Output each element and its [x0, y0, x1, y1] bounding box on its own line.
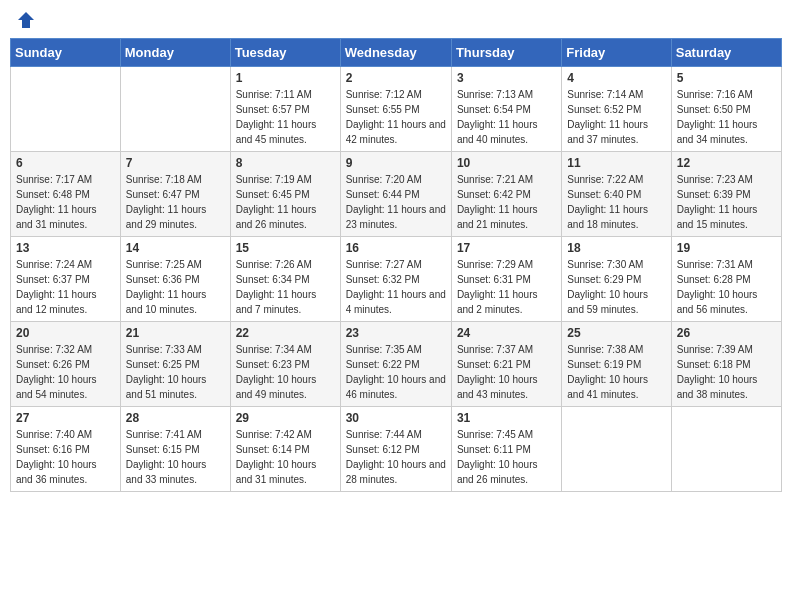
- calendar-cell: 4Sunrise: 7:14 AMSunset: 6:52 PMDaylight…: [562, 67, 671, 152]
- calendar-cell: 17Sunrise: 7:29 AMSunset: 6:31 PMDayligh…: [451, 237, 561, 322]
- calendar-cell: 23Sunrise: 7:35 AMSunset: 6:22 PMDayligh…: [340, 322, 451, 407]
- day-info: Sunrise: 7:30 AMSunset: 6:29 PMDaylight:…: [567, 257, 665, 317]
- day-number: 7: [126, 156, 225, 170]
- calendar-cell: 19Sunrise: 7:31 AMSunset: 6:28 PMDayligh…: [671, 237, 781, 322]
- day-number: 25: [567, 326, 665, 340]
- day-number: 22: [236, 326, 335, 340]
- calendar-week-row: 6Sunrise: 7:17 AMSunset: 6:48 PMDaylight…: [11, 152, 782, 237]
- calendar-week-row: 27Sunrise: 7:40 AMSunset: 6:16 PMDayligh…: [11, 407, 782, 492]
- calendar-cell: [562, 407, 671, 492]
- svg-marker-0: [18, 12, 34, 28]
- day-number: 10: [457, 156, 556, 170]
- day-number: 21: [126, 326, 225, 340]
- day-info: Sunrise: 7:20 AMSunset: 6:44 PMDaylight:…: [346, 172, 446, 232]
- day-info: Sunrise: 7:11 AMSunset: 6:57 PMDaylight:…: [236, 87, 335, 147]
- day-number: 5: [677, 71, 776, 85]
- calendar-cell: 27Sunrise: 7:40 AMSunset: 6:16 PMDayligh…: [11, 407, 121, 492]
- calendar-header-monday: Monday: [120, 39, 230, 67]
- calendar-cell: 10Sunrise: 7:21 AMSunset: 6:42 PMDayligh…: [451, 152, 561, 237]
- calendar-header-thursday: Thursday: [451, 39, 561, 67]
- day-number: 24: [457, 326, 556, 340]
- calendar-cell: 9Sunrise: 7:20 AMSunset: 6:44 PMDaylight…: [340, 152, 451, 237]
- calendar-cell: [671, 407, 781, 492]
- day-info: Sunrise: 7:39 AMSunset: 6:18 PMDaylight:…: [677, 342, 776, 402]
- day-info: Sunrise: 7:12 AMSunset: 6:55 PMDaylight:…: [346, 87, 446, 147]
- day-info: Sunrise: 7:32 AMSunset: 6:26 PMDaylight:…: [16, 342, 115, 402]
- calendar-table: SundayMondayTuesdayWednesdayThursdayFrid…: [10, 38, 782, 492]
- day-info: Sunrise: 7:33 AMSunset: 6:25 PMDaylight:…: [126, 342, 225, 402]
- day-number: 12: [677, 156, 776, 170]
- day-number: 19: [677, 241, 776, 255]
- calendar-cell: 7Sunrise: 7:18 AMSunset: 6:47 PMDaylight…: [120, 152, 230, 237]
- day-info: Sunrise: 7:21 AMSunset: 6:42 PMDaylight:…: [457, 172, 556, 232]
- day-info: Sunrise: 7:22 AMSunset: 6:40 PMDaylight:…: [567, 172, 665, 232]
- day-number: 18: [567, 241, 665, 255]
- calendar-cell: 6Sunrise: 7:17 AMSunset: 6:48 PMDaylight…: [11, 152, 121, 237]
- day-number: 14: [126, 241, 225, 255]
- calendar-header-saturday: Saturday: [671, 39, 781, 67]
- day-number: 30: [346, 411, 446, 425]
- calendar-header-row: SundayMondayTuesdayWednesdayThursdayFrid…: [11, 39, 782, 67]
- day-number: 9: [346, 156, 446, 170]
- calendar-header-tuesday: Tuesday: [230, 39, 340, 67]
- day-info: Sunrise: 7:34 AMSunset: 6:23 PMDaylight:…: [236, 342, 335, 402]
- day-info: Sunrise: 7:27 AMSunset: 6:32 PMDaylight:…: [346, 257, 446, 317]
- day-info: Sunrise: 7:41 AMSunset: 6:15 PMDaylight:…: [126, 427, 225, 487]
- page-header: [10, 10, 782, 30]
- calendar-header-sunday: Sunday: [11, 39, 121, 67]
- calendar-week-row: 13Sunrise: 7:24 AMSunset: 6:37 PMDayligh…: [11, 237, 782, 322]
- day-info: Sunrise: 7:26 AMSunset: 6:34 PMDaylight:…: [236, 257, 335, 317]
- day-number: 6: [16, 156, 115, 170]
- calendar-cell: 1Sunrise: 7:11 AMSunset: 6:57 PMDaylight…: [230, 67, 340, 152]
- calendar-cell: 13Sunrise: 7:24 AMSunset: 6:37 PMDayligh…: [11, 237, 121, 322]
- calendar-cell: 21Sunrise: 7:33 AMSunset: 6:25 PMDayligh…: [120, 322, 230, 407]
- day-number: 16: [346, 241, 446, 255]
- day-number: 27: [16, 411, 115, 425]
- calendar-cell: 28Sunrise: 7:41 AMSunset: 6:15 PMDayligh…: [120, 407, 230, 492]
- calendar-cell: 3Sunrise: 7:13 AMSunset: 6:54 PMDaylight…: [451, 67, 561, 152]
- calendar-cell: 16Sunrise: 7:27 AMSunset: 6:32 PMDayligh…: [340, 237, 451, 322]
- day-number: 13: [16, 241, 115, 255]
- day-number: 2: [346, 71, 446, 85]
- day-info: Sunrise: 7:17 AMSunset: 6:48 PMDaylight:…: [16, 172, 115, 232]
- calendar-cell: 15Sunrise: 7:26 AMSunset: 6:34 PMDayligh…: [230, 237, 340, 322]
- day-info: Sunrise: 7:18 AMSunset: 6:47 PMDaylight:…: [126, 172, 225, 232]
- calendar-header-wednesday: Wednesday: [340, 39, 451, 67]
- day-number: 15: [236, 241, 335, 255]
- day-number: 17: [457, 241, 556, 255]
- day-info: Sunrise: 7:42 AMSunset: 6:14 PMDaylight:…: [236, 427, 335, 487]
- day-number: 1: [236, 71, 335, 85]
- day-info: Sunrise: 7:25 AMSunset: 6:36 PMDaylight:…: [126, 257, 225, 317]
- day-info: Sunrise: 7:16 AMSunset: 6:50 PMDaylight:…: [677, 87, 776, 147]
- calendar-cell: 8Sunrise: 7:19 AMSunset: 6:45 PMDaylight…: [230, 152, 340, 237]
- calendar-cell: 31Sunrise: 7:45 AMSunset: 6:11 PMDayligh…: [451, 407, 561, 492]
- day-number: 4: [567, 71, 665, 85]
- day-number: 29: [236, 411, 335, 425]
- calendar-cell: 11Sunrise: 7:22 AMSunset: 6:40 PMDayligh…: [562, 152, 671, 237]
- day-info: Sunrise: 7:24 AMSunset: 6:37 PMDaylight:…: [16, 257, 115, 317]
- calendar-body: 1Sunrise: 7:11 AMSunset: 6:57 PMDaylight…: [11, 67, 782, 492]
- day-number: 3: [457, 71, 556, 85]
- day-info: Sunrise: 7:14 AMSunset: 6:52 PMDaylight:…: [567, 87, 665, 147]
- day-number: 11: [567, 156, 665, 170]
- calendar-header-friday: Friday: [562, 39, 671, 67]
- calendar-cell: 14Sunrise: 7:25 AMSunset: 6:36 PMDayligh…: [120, 237, 230, 322]
- logo-icon: [16, 10, 36, 30]
- calendar-week-row: 20Sunrise: 7:32 AMSunset: 6:26 PMDayligh…: [11, 322, 782, 407]
- day-number: 28: [126, 411, 225, 425]
- day-number: 26: [677, 326, 776, 340]
- day-info: Sunrise: 7:37 AMSunset: 6:21 PMDaylight:…: [457, 342, 556, 402]
- day-info: Sunrise: 7:13 AMSunset: 6:54 PMDaylight:…: [457, 87, 556, 147]
- day-info: Sunrise: 7:38 AMSunset: 6:19 PMDaylight:…: [567, 342, 665, 402]
- calendar-week-row: 1Sunrise: 7:11 AMSunset: 6:57 PMDaylight…: [11, 67, 782, 152]
- calendar-cell: 12Sunrise: 7:23 AMSunset: 6:39 PMDayligh…: [671, 152, 781, 237]
- logo: [14, 10, 36, 30]
- calendar-cell: 25Sunrise: 7:38 AMSunset: 6:19 PMDayligh…: [562, 322, 671, 407]
- day-info: Sunrise: 7:29 AMSunset: 6:31 PMDaylight:…: [457, 257, 556, 317]
- day-info: Sunrise: 7:44 AMSunset: 6:12 PMDaylight:…: [346, 427, 446, 487]
- calendar-cell: 29Sunrise: 7:42 AMSunset: 6:14 PMDayligh…: [230, 407, 340, 492]
- day-info: Sunrise: 7:40 AMSunset: 6:16 PMDaylight:…: [16, 427, 115, 487]
- day-number: 20: [16, 326, 115, 340]
- calendar-cell: 26Sunrise: 7:39 AMSunset: 6:18 PMDayligh…: [671, 322, 781, 407]
- calendar-cell: 30Sunrise: 7:44 AMSunset: 6:12 PMDayligh…: [340, 407, 451, 492]
